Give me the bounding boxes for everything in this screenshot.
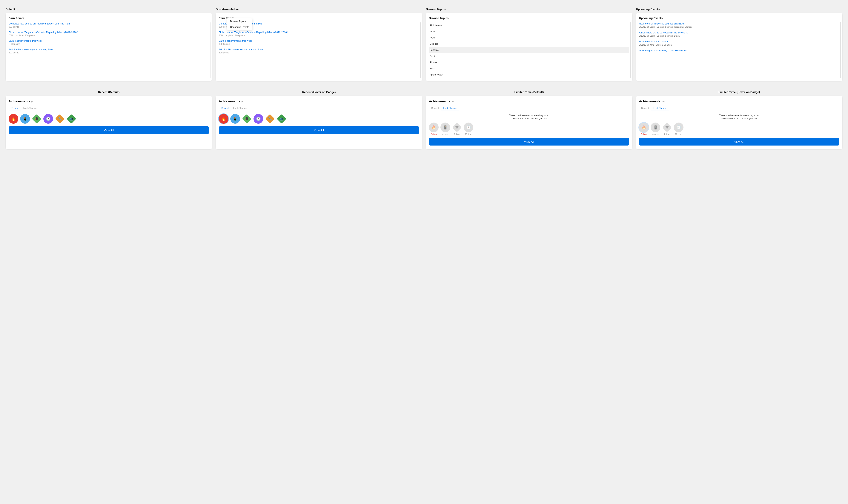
topic-all-interests[interactable]: All Interests xyxy=(429,22,629,29)
view-all-button[interactable]: View All xyxy=(639,138,840,145)
badge-gray-4[interactable]: 🕐 xyxy=(464,123,473,132)
last-chance-message: These 4 achievements are ending soon.Unl… xyxy=(429,114,629,120)
topic-acit[interactable]: ACIT xyxy=(429,29,629,35)
achievement-header: Achievements (6) xyxy=(429,100,629,103)
badge-days-4: 10 days xyxy=(465,133,472,135)
card-item: Earn 4 achievements this week 1000 point… xyxy=(219,39,419,46)
badge-hover-gray-3[interactable]: 🎓 xyxy=(662,123,672,132)
earn-points-default-card: Earn Points ··· Complete next course on … xyxy=(6,13,212,81)
course-link-d2[interactable]: Finish course "Beginners Guide to Repair… xyxy=(219,31,419,34)
svg-text:🎓: 🎓 xyxy=(455,125,459,129)
card-header: Browse Topics ··· xyxy=(429,16,629,20)
event-link-4[interactable]: Designing for Accessibility - 2018 Guide… xyxy=(639,49,840,52)
badge-fire[interactable]: 🔥 xyxy=(8,114,18,124)
course-link-3[interactable]: Earn 4 achievements this week xyxy=(8,39,209,42)
tab-recent[interactable]: Recent xyxy=(219,106,231,111)
view-all-button[interactable]: View All xyxy=(429,138,629,145)
limited-time-hover-card: Achievements (6) Recent Last Chance Thes… xyxy=(636,96,842,149)
achievement-title: Achievements xyxy=(8,100,30,103)
badge-wrapper-1: 🔥 2 days xyxy=(429,123,438,135)
event-link-2[interactable]: A Beginners Guide to Repairing the iPhon… xyxy=(639,31,840,34)
tab-recent[interactable]: Recent xyxy=(429,106,441,111)
svg-text:🎓: 🎓 xyxy=(245,116,249,121)
limited-time-default-label: Limited Time (Default) xyxy=(426,90,632,94)
more-options-icon[interactable]: ··· xyxy=(205,16,209,20)
event-link-3[interactable]: How to be an Apple Genius xyxy=(639,40,840,43)
tab-last-chance[interactable]: Last Chance xyxy=(651,106,669,111)
badge-clock[interactable]: 🕐 xyxy=(254,114,263,124)
tabs: Recent Last Chance xyxy=(219,106,419,111)
topic-iphone[interactable]: iPhone xyxy=(429,59,629,66)
badges-grid: 🔥 2 days 📱 4 days 🎓 7 days 🕐 10 days xyxy=(639,123,840,135)
event-item: How to be an Apple Genius 7/21/18 @ 9am … xyxy=(639,40,840,46)
course-meta-d4: 800 points xyxy=(219,51,229,54)
badge-tv[interactable]: 📺 xyxy=(67,114,76,124)
badge-wrapper-4: 🕐 10 days xyxy=(464,123,473,135)
scroll-indicator xyxy=(420,22,421,78)
badge-grad[interactable]: 🎓 xyxy=(32,114,41,124)
top-sections-row: Default Earn Points ··· Complete next co… xyxy=(6,7,842,81)
upcoming-events-section: Upcoming Events Upcoming Events ··· How … xyxy=(636,7,842,81)
view-all-button[interactable]: View All xyxy=(219,126,419,134)
event-link-1[interactable]: How to enroll in Genius courses on ATLAS xyxy=(639,22,840,25)
course-meta-d3: 1000 points xyxy=(219,43,230,46)
dropdown-active-label: Dropdown Active xyxy=(216,7,422,11)
badge-grad[interactable]: 🎓 xyxy=(242,114,252,124)
more-options-icon-events[interactable]: ··· xyxy=(836,16,840,20)
topic-portable[interactable]: Portable xyxy=(429,47,629,53)
tab-recent[interactable]: Recent xyxy=(639,106,651,111)
badge-hover-gray-4[interactable]: 🕐 xyxy=(674,123,683,132)
course-link-4[interactable]: Add 3 NPI courses to your Learning Plan xyxy=(8,48,209,51)
limited-time-hover-label: Limited Time (Hover on Badge) xyxy=(636,90,842,94)
course-link-d3[interactable]: Earn 4 achievements this week xyxy=(219,39,419,42)
badge-hover-gray-2[interactable]: 📱 xyxy=(651,123,660,132)
tab-last-chance[interactable]: Last Chance xyxy=(21,106,39,111)
course-link-2[interactable]: Finish course "Beginners Guide to Repair… xyxy=(8,31,209,34)
badges-grid: 🔥 📱 🎓 🕐 🔧 📺 xyxy=(219,114,419,124)
badge-tv[interactable]: 📺 xyxy=(277,114,287,124)
dropdown-upcoming-events[interactable]: Upcoming Events xyxy=(227,24,252,30)
course-link-d4[interactable]: Add 3 NPI courses to your Learning Plan xyxy=(219,48,419,51)
topic-desktop[interactable]: Desktop xyxy=(429,41,629,47)
recent-default-label: Recent (Default) xyxy=(6,90,212,94)
badge-gray-2[interactable]: 📱 xyxy=(440,123,450,132)
badge-phone[interactable]: 📱 xyxy=(20,114,30,124)
badge-clock[interactable]: 🕐 xyxy=(44,114,53,124)
badges-grid: 🔥 2 days 📱 4 days 🎓 7 days 🕐 10 days xyxy=(429,123,629,135)
tab-recent[interactable]: Recent xyxy=(8,106,21,111)
event-meta-2: 7/13/18 @ 12pm - English, Spanish, Dutch xyxy=(639,35,680,37)
topic-acmt[interactable]: ACMT xyxy=(429,35,629,41)
card-header: Earn Points ··· xyxy=(8,16,209,20)
more-options-icon-dropdown[interactable]: ··· xyxy=(416,16,419,20)
badge-wrench[interactable]: 🔧 xyxy=(55,114,65,124)
bottom-sections-row: Recent (Default) Achievements (6) Recent… xyxy=(6,90,842,149)
badge-gray-3[interactable]: 🎓 xyxy=(452,123,462,132)
svg-text:🔧: 🔧 xyxy=(58,116,62,121)
last-chance-message: These 4 achievements are ending soon.Unl… xyxy=(639,114,840,120)
badge-wrench[interactable]: 🔧 xyxy=(265,114,275,124)
more-options-icon-topics[interactable]: ··· xyxy=(626,16,629,20)
badge-days-3: 7 days xyxy=(454,133,460,135)
topic-apple-watch[interactable]: Apple Watch xyxy=(429,72,629,78)
topic-imac[interactable]: iMac xyxy=(429,66,629,72)
badge-phone[interactable]: 📱 xyxy=(230,114,240,124)
view-all-button[interactable]: View All xyxy=(8,126,209,134)
badge-hover-gray-1[interactable]: 🔥 xyxy=(639,123,649,132)
card-item: Finish course "Beginners Guide to Repair… xyxy=(8,31,209,37)
tab-last-chance[interactable]: Last Chance xyxy=(441,106,459,111)
tabs: Recent Last Chance xyxy=(639,106,840,111)
event-item: A Beginners Guide to Repairing the iPhon… xyxy=(639,31,840,37)
dropdown-active-section: Dropdown Active Earn Points ··· Browse T… xyxy=(216,7,422,81)
badge-days-h1: 2 days xyxy=(641,133,647,135)
browse-topics-card: Browse Topics ··· All Interests ACIT ACM… xyxy=(426,13,632,81)
default-section: Default Earn Points ··· Complete next co… xyxy=(6,7,212,81)
course-meta-4: 800 points xyxy=(8,51,19,54)
dropdown-browse-topics[interactable]: Browse Topics xyxy=(227,18,252,24)
badge-gray-1[interactable]: 🔥 xyxy=(429,123,438,132)
course-link-1[interactable]: Complete next course on Technical Expert… xyxy=(8,22,209,25)
browse-topics-section: Browse Topics Browse Topics ··· All Inte… xyxy=(426,7,632,81)
limited-time-default-card: Achievements (6) Recent Last Chance Thes… xyxy=(426,96,632,149)
badge-fire-hover[interactable]: 🔥 xyxy=(219,114,228,124)
tab-last-chance[interactable]: Last Chance xyxy=(231,106,249,111)
topic-genius[interactable]: Genius xyxy=(429,53,629,59)
